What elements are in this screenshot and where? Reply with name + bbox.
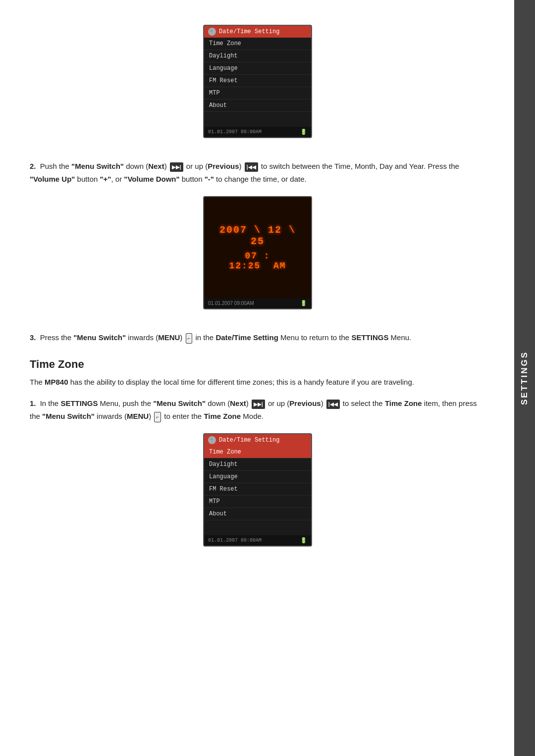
next-icon: ▶▶| — [170, 162, 183, 172]
menu-item-timezone: Time Zone — [204, 38, 311, 50]
plus-label: "+" — [100, 175, 111, 183]
step-1-tz-text: 1. In the SETTINGS Menu, push the "Menu … — [30, 397, 485, 422]
clock-date: 2007 \ 12 \ 25 — [214, 224, 301, 247]
clock-footer-time: 01.01.2007 09:00AM — [208, 301, 254, 306]
step3-menu-label: MENU — [158, 333, 180, 342]
device-screen-1: 🔧 Date/Time Setting Time Zone Daylight L… — [203, 25, 312, 138]
menu-item-fmreset: FM Reset — [204, 75, 311, 87]
menu-spacer-2 — [204, 520, 311, 535]
menu-item-about: About — [204, 100, 311, 112]
clock-battery-icon: 🔋 — [300, 300, 307, 306]
step-2-number: 2. — [30, 162, 36, 170]
menu-item-daylight-2: Daylight — [204, 458, 311, 471]
menu-item-about-2: About — [204, 508, 311, 520]
menu-item-fmreset-2: FM Reset — [204, 483, 311, 496]
volume-up-label: "Volume Up" — [30, 175, 75, 183]
footer-icons-2: 🔋 — [300, 537, 307, 544]
step3-menu-icon: ⌐ — [186, 333, 193, 344]
menu-tz: MENU — [127, 412, 149, 420]
next-tz: Next — [230, 399, 246, 407]
settings-sidebar-label: SETTINGS — [520, 351, 530, 405]
step-2-block: 2. Push the "Menu Switch" down (Next) ▶▶… — [30, 160, 485, 185]
clock-screen: 2007 \ 12 \ 25 07 : 12:25 AM 01.01.2007 … — [203, 196, 312, 309]
main-content: 🔧 Date/Time Setting Time Zone Daylight L… — [0, 0, 515, 576]
prev-icon-tz: |◀◀ — [326, 400, 340, 409]
next-icon-tz: ▶▶| — [252, 400, 265, 409]
menu-switch-tz: "Menu Switch" — [153, 399, 206, 407]
clock-display: 2007 \ 12 \ 25 07 : 12:25 AM — [204, 197, 311, 298]
clock-time: 07 : 12:25 AM — [214, 251, 301, 271]
screen-header-2: 🔧 Date/Time Setting — [204, 434, 311, 446]
step-1-tz-number: 1. — [30, 399, 36, 407]
menu-item-timezone-2: Time Zone — [204, 446, 311, 458]
time-zone-section: Time Zone The MP840 has the ability to d… — [30, 358, 485, 423]
menu-icon-tz: ⌐ — [154, 412, 161, 422]
menu-list-2: Time Zone Daylight Language FM Reset MTP… — [204, 446, 311, 535]
step3-settings-label: SETTINGS — [351, 333, 388, 342]
step-3-number: 3. — [30, 333, 36, 342]
next-label: Next — [148, 162, 164, 170]
screen-footer-1: 01.01.2007 09:00AM 🔋 — [204, 127, 311, 137]
time-zone-item: Time Zone — [385, 399, 422, 407]
prev-icon: |◀◀ — [245, 162, 258, 172]
device-icon-2: 🔧 — [208, 436, 216, 444]
screen-title-2: Date/Time Setting — [219, 437, 279, 444]
menu-item-language-2: Language — [204, 471, 311, 483]
previous-tz: Previous — [289, 399, 321, 407]
battery-icon-2: 🔋 — [300, 537, 307, 544]
clock-footer-icons: 🔋 — [300, 300, 307, 306]
time-zone-intro: The MP840 has the ability to display the… — [30, 376, 485, 389]
screen-title-1: Date/Time Setting — [219, 28, 279, 35]
volume-down-label: "Volume Down" — [124, 175, 179, 183]
step-3-text: 3. Press the "Menu Switch" inwards (MENU… — [30, 331, 485, 344]
footer-time-2: 01.01.2007 09:00AM — [208, 538, 262, 543]
menu-spacer-1 — [204, 112, 311, 127]
settings-label-tz: SETTINGS — [60, 399, 98, 407]
screen-header-1: 🔧 Date/Time Setting — [204, 26, 311, 38]
time-zone-title: Time Zone — [30, 358, 485, 371]
menu-switch-label: "Menu Switch" — [71, 162, 124, 170]
menu-item-daylight: Daylight — [204, 50, 311, 62]
screen-footer-2: 01.01.2007 09:00AM 🔋 — [204, 535, 311, 546]
menu-item-language: Language — [204, 62, 311, 75]
battery-icon: 🔋 — [300, 129, 307, 135]
step-2-text: 2. Push the "Menu Switch" down (Next) ▶▶… — [30, 160, 485, 185]
device-icon: 🔧 — [208, 28, 216, 36]
time-zone-mode: Time Zone — [204, 412, 241, 420]
step3-menu-switch: "Menu Switch" — [73, 333, 126, 342]
step-3-block: 3. Press the "Menu Switch" inwards (MENU… — [30, 331, 485, 344]
footer-icons-1: 🔋 — [300, 129, 307, 135]
minus-label: "-" — [205, 175, 214, 183]
product-name: MP840 — [45, 378, 68, 386]
previous-label: Previous — [208, 162, 239, 170]
menu-list-1: Time Zone Daylight Language FM Reset MTP… — [204, 38, 311, 127]
footer-time-1: 01.01.2007 09:00AM — [208, 129, 262, 135]
step3-datetime-label: Date/Time Setting — [215, 333, 278, 342]
menu-item-mtp: MTP — [204, 87, 311, 100]
clock-footer: 01.01.2007 09:00AM 🔋 — [204, 298, 311, 308]
menu-switch-tz2: "Menu Switch" — [42, 412, 95, 420]
device-screen-2: 🔧 Date/Time Setting Time Zone Daylight L… — [203, 433, 312, 547]
settings-sidebar: SETTINGS — [514, 0, 535, 756]
menu-item-mtp-2: MTP — [204, 496, 311, 508]
